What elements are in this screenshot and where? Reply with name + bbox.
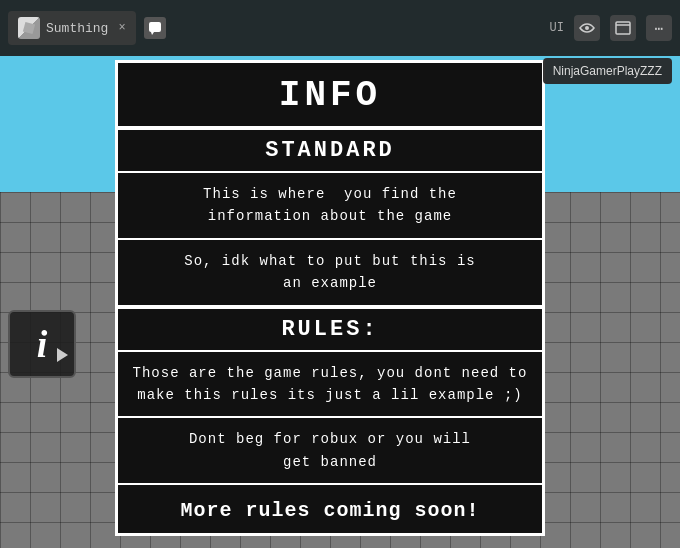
panel-title: INFO bbox=[118, 63, 542, 128]
cursor-icon bbox=[57, 348, 68, 362]
rules-text1: Those are the game rules, you dont need … bbox=[118, 352, 542, 419]
chat-icon[interactable] bbox=[144, 17, 166, 39]
svg-rect-0 bbox=[23, 22, 35, 34]
eye-icon[interactable] bbox=[574, 15, 600, 41]
rules-text2: Dont beg for robux or you willget banned bbox=[118, 418, 542, 485]
more-icon[interactable]: ⋯ bbox=[646, 15, 672, 41]
standard-text1: This is where you find theinformation ab… bbox=[118, 173, 542, 240]
top-bar: Sumthing × UI ⋯ bbox=[0, 0, 680, 56]
roblox-icon bbox=[18, 17, 40, 39]
svg-rect-4 bbox=[616, 22, 630, 34]
svg-point-3 bbox=[585, 26, 589, 30]
tab-item[interactable]: Sumthing × bbox=[8, 11, 136, 45]
info-icon: i bbox=[37, 322, 48, 366]
tab-close-button[interactable]: × bbox=[118, 21, 125, 35]
top-bar-right: UI ⋯ bbox=[550, 15, 672, 41]
info-panel: INFO STANDARD This is where you find the… bbox=[115, 60, 545, 536]
standard-header: STANDARD bbox=[118, 128, 542, 173]
svg-marker-2 bbox=[151, 32, 154, 35]
tab-label: Sumthing bbox=[46, 21, 108, 36]
ui-label: UI bbox=[550, 21, 564, 35]
window-icon[interactable] bbox=[610, 15, 636, 41]
svg-rect-1 bbox=[149, 22, 161, 32]
rules-coming: More rules coming soon! bbox=[118, 485, 542, 536]
more-dots: ⋯ bbox=[655, 20, 663, 37]
standard-text2: So, idk what to put but this isan exampl… bbox=[118, 240, 542, 307]
username-label: NinjaGamerPlayZZZ bbox=[553, 64, 662, 78]
side-info-button[interactable]: i bbox=[8, 310, 76, 378]
username-tooltip: NinjaGamerPlayZZZ bbox=[543, 58, 672, 84]
rules-header: RULES: bbox=[118, 307, 542, 352]
